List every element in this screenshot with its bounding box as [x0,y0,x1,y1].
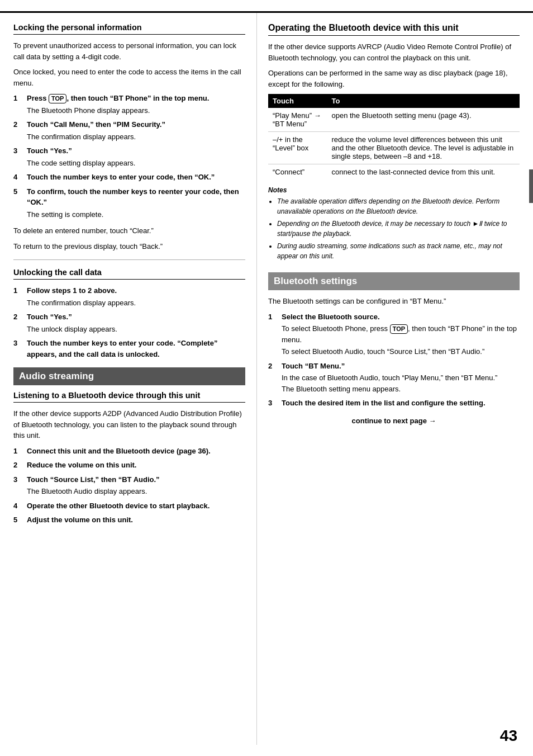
listening-steps: 1 Connect this unit and the Bluetooth de… [13,446,245,526]
step3-bold: Touch “Yes.” [27,147,72,155]
bt-settings-intro: The Bluetooth settings can be configured… [268,296,520,307]
continue-text: continue to next page → [352,417,436,425]
bt-settings-steps: 1 Select the Bluetooth source. To select… [268,311,520,409]
step-num-3: 3 [13,145,23,168]
unlocking-step-2: 2 Touch “Yes.” The unlock display appear… [13,311,245,334]
locking-step-1: 1 Press TOP, then touch “BT Phone” in th… [13,93,245,116]
table-touch-1: “Play Menu” → “BT Menu” [268,108,327,132]
step5-bold: To confirm, touch the number keys to ree… [27,187,239,207]
u-step1-note: The confirmation display appears. [27,297,245,309]
locking-step-5: 5 To confirm, touch the number keys to r… [13,186,245,220]
step3-note: The code setting display appears. [27,158,245,169]
page-num-text: 43 [500,727,517,744]
locking-footer1: To delete an entered number, touch “Clea… [13,225,245,237]
table-touch-3: “Connect” [268,164,327,180]
l-step-num-2: 2 [13,460,23,471]
step2-note: The confirmation display appears. [27,131,245,143]
audio-streaming-banner: Audio streaming [13,367,245,385]
l-step2-bold: Reduce the volume on this unit. [27,461,136,469]
bt-step1-bold: Select the Bluetooth source. [282,313,380,321]
continue-line: continue to next page → [268,417,520,425]
bt-step-1: 1 Select the Bluetooth source. To select… [268,311,520,357]
listening-step-5: 5 Adjust the volume on this unit. [13,514,245,526]
divider-1 [13,259,245,260]
top-button-icon-2: TOP [390,324,408,334]
table-to-3: connect to the last-connected device fro… [327,164,520,180]
listening-intro: If the other device supports A2DP (Advan… [13,408,245,441]
bt-step2-bold: Touch “BT Menu.” [282,362,345,370]
bt-step3-bold: Touch the desired item in the list and c… [282,399,486,407]
l-step1-bold: Connect this unit and the Bluetooth devi… [27,447,211,455]
note-2: Depending on the Bluetooth device, it ma… [277,219,520,239]
unlocking-step-3: 3 Touch the number keys to enter your co… [13,338,245,360]
table-header-to: To [327,94,520,108]
l-step-num-5: 5 [13,514,23,526]
step-num-5: 5 [13,186,23,220]
listening-step-4: 4 Operate the other Bluetooth device to … [13,500,245,512]
locking-step-3: 3 Touch “Yes.” The code setting display … [13,145,245,168]
step-num-2: 2 [13,119,23,142]
operating-title: Operating the Bluetooth device with this… [268,23,520,36]
notes-title: Notes [268,186,520,194]
operating-intro1: If the other device supports AVRCP (Audi… [268,41,520,63]
bluetooth-settings-banner: Bluetooth settings [268,272,520,290]
bt-step1-note2: To select Bluetooth Audio, touch “Source… [282,346,520,357]
u-step3-bold: Touch the number keys to enter your code… [27,339,217,358]
locking-step-4: 4 Touch the number keys to enter your co… [13,172,245,183]
l-step-num-4: 4 [13,500,23,512]
l-step3-bold: Touch “Source List,” then “BT Audio.” [27,475,160,484]
step5-note: The setting is complete. [27,209,245,220]
unlocking-steps: 1 Follow steps 1 to 2 above. The confirm… [13,285,245,360]
step-num-1: 1 [13,93,23,116]
locking-footer2: To return to the previous display, touch… [13,241,245,252]
right-column: Operating the Bluetooth device with this… [257,13,533,745]
step2-bold: Touch “Call Menu,” then “PIM Security.” [27,120,165,129]
u-step2-bold: Touch “Yes.” [27,313,72,321]
table-row-3: “Connect” connect to the last-connected … [268,164,520,180]
u-step1-bold: Follow steps 1 to 2 above. [27,286,117,295]
locking-intro1: To prevent unauthorized access to person… [13,40,245,62]
l-step4-bold: Operate the other Bluetooth device to st… [27,502,210,510]
note-1: The available operation differs dependin… [277,196,520,216]
notes-section: Notes The available operation differs de… [268,186,520,261]
locking-intro2: Once locked, you need to enter the code … [13,67,245,88]
top-button-icon: TOP [49,94,66,103]
listening-title: Listening to a Bluetooth device through … [13,391,245,403]
locking-title: Locking the personal information [13,23,245,35]
step1-note: The Bluetooth Phone display appears. [27,105,245,116]
l-step5-bold: Adjust the volume on this unit. [27,516,133,524]
bt-step2-note: In the case of Bluetooth Audio, touch “P… [282,372,520,394]
bluetooth-settings-label: Bluetooth settings [274,276,357,286]
table-header-touch: Touch [268,94,327,108]
accent-bar [529,169,533,203]
listening-step-1: 1 Connect this unit and the Bluetooth de… [13,446,245,457]
l-step-num-3: 3 [13,474,23,497]
listening-step-3: 3 Touch “Source List,” then “BT Audio.” … [13,474,245,497]
step-num-4: 4 [13,172,23,183]
bt-table: Touch To “Play Menu” → “BT Menu” open th… [268,94,520,179]
table-touch-2: –/+ in the “Level” box [268,132,327,164]
bt-step1-note1: To select Bluetooth Phone, press TOP, th… [282,323,520,345]
bt-step-num-2: 2 [268,361,278,395]
u-step-num-3: 3 [13,338,23,360]
unlocking-title: Unlocking the call data [13,268,245,280]
locking-step-2: 2 Touch “Call Menu,” then “PIM Security.… [13,119,245,142]
table-to-1: open the Bluetooth setting menu (page 43… [327,108,520,132]
bt-step-2: 2 Touch “BT Menu.” In the case of Blueto… [268,361,520,395]
table-row-2: –/+ in the “Level” box reduce the volume… [268,132,520,164]
note-3: During audio streaming, some indications… [277,241,520,261]
page-number: 43 [500,727,517,745]
bt-step-3: 3 Touch the desired item in the list and… [268,398,520,409]
table-row-1: “Play Menu” → “BT Menu” open the Bluetoo… [268,108,520,132]
listening-step-2: 2 Reduce the volume on this unit. [13,460,245,471]
operating-intro2: Operations can be performed in the same … [268,68,520,89]
table-to-2: reduce the volume level differences betw… [327,132,520,164]
step4-bold: Touch the number keys to enter your code… [27,173,215,181]
audio-streaming-label: Audio streaming [19,371,94,381]
u-step2-note: The unlock display appears. [27,324,245,335]
step1-bold: Press TOP, then touch “BT Phone” in the … [27,94,209,102]
u-step-num-1: 1 [13,285,23,308]
l-step-num-1: 1 [13,446,23,457]
notes-list: The available operation differs dependin… [268,196,520,261]
left-column: Locking the personal information To prev… [0,13,257,745]
